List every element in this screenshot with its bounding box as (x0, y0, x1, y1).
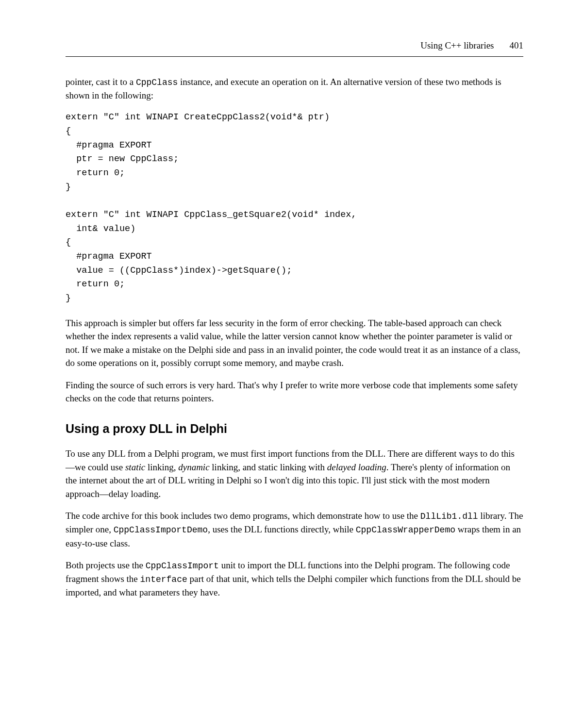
p5-s3: , uses the DLL functions directly, while (208, 524, 356, 534)
intro-prefix: pointer, cast it to a (66, 77, 136, 87)
page-number: 401 (510, 39, 524, 52)
inline-code-dlllib1: DllLib1.dll (420, 512, 478, 521)
p4-s3: linking, and static linking with (210, 462, 327, 472)
paragraph-5: The code archive for this book includes … (66, 509, 523, 550)
paragraph-2: This approach is simpler but offers far … (66, 316, 523, 370)
inline-code-cppclassimport: CppClassImport (146, 561, 219, 571)
inline-code-interface: interface (140, 575, 187, 584)
intro-paragraph: pointer, cast it to a CppClass instance,… (66, 75, 523, 102)
p4-em-dynamic: dynamic (178, 462, 209, 472)
p4-em-static: static (125, 462, 145, 472)
paragraph-4: To use any DLL from a Delphi program, we… (66, 447, 523, 500)
p6-s1: Both projects use the (66, 560, 146, 570)
header-rule (66, 56, 523, 57)
heading-proxy-dll: Using a proxy DLL in Delphi (66, 420, 523, 437)
p4-s2: linking, (145, 462, 178, 472)
inline-code-importdemo: CppClassImportDemo (114, 525, 208, 535)
paragraph-3: Finding the source of such errors is ver… (66, 379, 523, 405)
inline-code-wrapperdemo: CppClassWrapperDemo (356, 525, 455, 535)
paragraph-6: Both projects use the CppClassImport uni… (66, 559, 523, 599)
header-title: Using C++ libraries (420, 39, 494, 52)
p5-s1: The code archive for this book includes … (66, 511, 420, 521)
inline-code-cppclass: CppClass (136, 78, 178, 87)
p4-em-delayed: delayed loading (327, 462, 386, 472)
code-block-1: extern "C" int WINAPI CreateCppClass2(vo… (66, 111, 523, 305)
page-header: Using C++ libraries 401 (66, 39, 523, 52)
